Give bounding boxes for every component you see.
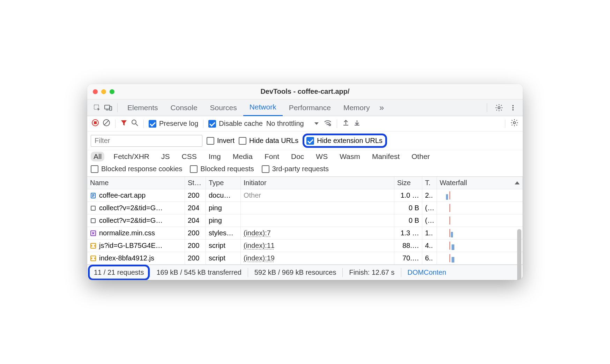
divider	[117, 103, 118, 112]
svg-rect-1	[105, 105, 110, 109]
request-name[interactable]: js?id=G-LB75G4E…	[87, 240, 185, 252]
disable-cache-checkbox[interactable]: Disable cache	[208, 120, 263, 128]
third-party-checkbox[interactable]: 3rd-party requests	[262, 165, 329, 173]
tab-network[interactable]: Network	[243, 99, 283, 116]
filter-input[interactable]	[91, 135, 202, 147]
request-name[interactable]: collect?v=2&tid=G…	[87, 202, 185, 214]
tab-memory[interactable]: Memory	[337, 99, 376, 116]
type-chip-other[interactable]: Other	[409, 152, 433, 161]
kebab-menu-icon[interactable]	[507, 102, 519, 113]
svg-point-4	[512, 105, 514, 106]
request-time: 4..	[422, 240, 437, 252]
svg-line-12	[136, 124, 138, 126]
scrollbar[interactable]	[517, 229, 521, 266]
window-title: DevTools - coffee-cart.app/	[260, 88, 349, 96]
hide-data-urls-checkbox[interactable]: Hide data URLs	[239, 137, 298, 145]
zoom-window-button[interactable]	[110, 89, 114, 94]
clear-button[interactable]	[103, 119, 110, 128]
filter-icon[interactable]	[120, 119, 127, 128]
svg-point-5	[512, 107, 514, 108]
type-chip-media[interactable]: Media	[230, 152, 255, 161]
minimize-window-button[interactable]	[101, 89, 106, 94]
request-name[interactable]: normalize.min.css	[87, 227, 185, 240]
request-size: 70.…	[394, 252, 422, 265]
more-tabs-button[interactable]: »	[376, 102, 387, 113]
svg-rect-8	[94, 121, 97, 124]
resource-type-bar: AllFetch/XHRJSCSSImgMediaFontDocWSWasmMa…	[87, 150, 523, 163]
throttling-select[interactable]: No throttling	[266, 120, 320, 128]
col-size[interactable]: Size	[394, 177, 422, 189]
request-size: 0 B	[394, 214, 422, 227]
tab-sources[interactable]: Sources	[204, 99, 243, 116]
svg-rect-19	[91, 206, 95, 210]
type-chip-img[interactable]: Img	[206, 152, 224, 161]
network-settings-icon[interactable]	[510, 119, 519, 129]
status-domcontent[interactable]: DOMConten	[401, 268, 453, 278]
request-initiator[interactable]: (index):19	[241, 252, 394, 265]
close-window-button[interactable]	[93, 89, 98, 94]
device-toolbar-icon[interactable]	[103, 102, 114, 113]
svg-point-14	[513, 122, 515, 124]
type-chip-manifest[interactable]: Manifest	[369, 152, 402, 161]
type-chip-ws[interactable]: WS	[313, 152, 330, 161]
tab-performance[interactable]: Performance	[283, 99, 337, 116]
type-chip-js[interactable]: JS	[158, 152, 173, 161]
col-waterfall[interactable]: Waterfall	[437, 177, 523, 189]
col-time[interactable]: T.	[422, 177, 437, 189]
search-icon[interactable]	[131, 119, 139, 128]
requests-table: Name St… Type Initiator Size T. Waterfal…	[87, 177, 523, 265]
request-time: 1..	[422, 227, 437, 240]
type-chip-all[interactable]: All	[91, 152, 104, 161]
preserve-log-checkbox[interactable]: Preserve log	[149, 120, 198, 128]
request-status: 200	[185, 240, 206, 252]
record-button[interactable]	[91, 119, 99, 128]
hide-extension-urls-label: Hide extension URLs	[317, 137, 382, 145]
request-status: 204	[185, 202, 206, 214]
col-initiator[interactable]: Initiator	[241, 177, 394, 189]
settings-icon[interactable]	[493, 102, 505, 113]
type-chip-font[interactable]: Font	[262, 152, 282, 161]
type-chip-fetchxhr[interactable]: Fetch/XHR	[111, 152, 152, 161]
request-initiator[interactable]: (index):11	[241, 240, 394, 252]
type-chip-css[interactable]: CSS	[179, 152, 200, 161]
blocked-requests-checkbox[interactable]: Blocked requests	[190, 165, 254, 173]
inspect-element-icon[interactable]	[91, 102, 103, 113]
request-waterfall	[437, 202, 523, 214]
request-type: styles…	[206, 227, 241, 240]
type-chip-doc[interactable]: Doc	[288, 152, 307, 161]
request-name[interactable]: coffee-cart.app	[87, 189, 185, 202]
tab-elements[interactable]: Elements	[121, 99, 164, 116]
request-waterfall	[437, 240, 523, 252]
request-name[interactable]: collect?v=2&tid=G…	[87, 214, 185, 227]
col-type[interactable]: Type	[206, 177, 241, 189]
request-size: 1.3 …	[394, 227, 422, 240]
status-bar: 11 / 21 requests 169 kB / 545 kB transfe…	[87, 265, 523, 280]
disable-cache-label: Disable cache	[219, 120, 263, 128]
svg-point-11	[132, 120, 136, 124]
upload-har-icon[interactable]	[342, 119, 350, 128]
tab-console[interactable]: Console	[164, 99, 204, 116]
hide-data-urls-label: Hide data URLs	[249, 137, 298, 145]
request-name[interactable]: index-8bfa4912.js	[87, 252, 185, 265]
request-type: docu…	[206, 189, 241, 202]
download-har-icon[interactable]	[353, 119, 361, 128]
invert-checkbox[interactable]: Invert	[207, 137, 235, 145]
network-conditions-icon[interactable]	[323, 119, 332, 128]
extra-filter-row: Blocked response cookies Blocked request…	[87, 163, 523, 177]
network-toolbar: Preserve log Disable cache No throttling	[87, 116, 523, 131]
request-size: 1.0 …	[394, 189, 422, 202]
request-initiator[interactable]: (index):7	[241, 227, 394, 240]
other-file-icon	[90, 218, 96, 224]
hide-extension-urls-checkbox[interactable]: Hide extension URLs	[306, 137, 382, 145]
col-status[interactable]: St…	[185, 177, 206, 189]
request-initiator: Other	[241, 189, 394, 202]
request-size: 88.…	[394, 240, 422, 252]
svg-rect-20	[91, 219, 95, 223]
col-name[interactable]: Name	[87, 177, 185, 189]
type-chip-wasm[interactable]: Wasm	[337, 152, 363, 161]
js-file-icon	[90, 255, 96, 261]
js-file-icon	[90, 243, 96, 249]
svg-point-6	[512, 109, 514, 111]
blocked-cookies-checkbox[interactable]: Blocked response cookies	[91, 165, 182, 173]
request-type: ping	[206, 214, 241, 227]
